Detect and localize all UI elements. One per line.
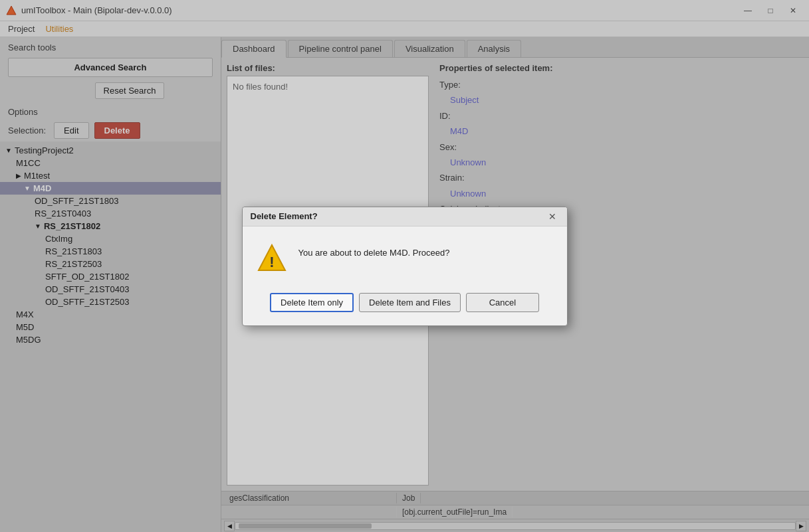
svg-text:!: ! [269, 254, 274, 270]
delete-dialog: Delete Element? ✕ ! You are about to del… [242, 207, 568, 326]
delete-item-and-files-button[interactable]: Delete Item and Files [359, 293, 461, 312]
dialog-title: Delete Element? [251, 211, 318, 221]
dialog-message: You are about to delete M4D. Proceed? [298, 242, 450, 258]
delete-item-only-button[interactable]: Delete Item only [270, 293, 354, 312]
dialog-titlebar: Delete Element? ✕ [243, 207, 567, 226]
cancel-button[interactable]: Cancel [466, 293, 539, 312]
modal-overlay: Delete Element? ✕ ! You are about to del… [0, 0, 809, 532]
dialog-body: ! You are about to delete M4D. Proceed? [243, 226, 567, 288]
dialog-close-button[interactable]: ✕ [546, 211, 559, 222]
dialog-buttons: Delete Item only Delete Item and Files C… [243, 288, 567, 325]
warning-icon: ! [256, 242, 288, 274]
